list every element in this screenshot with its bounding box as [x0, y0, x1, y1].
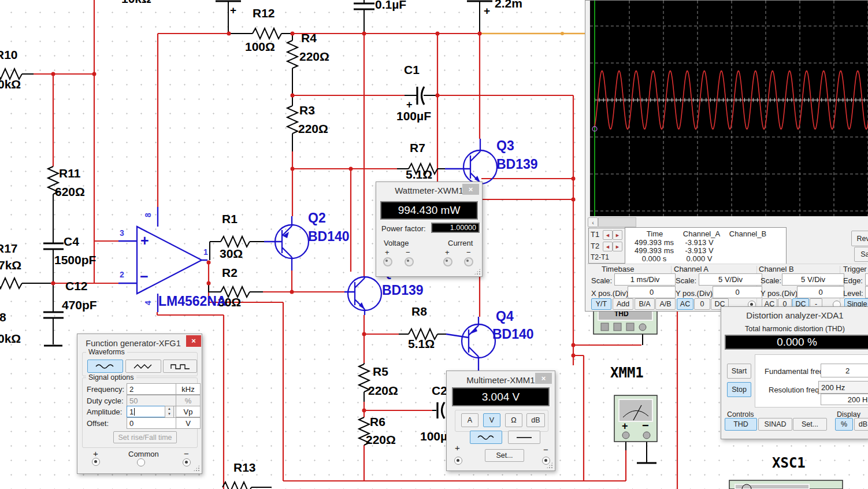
close-icon[interactable]: ×: [535, 373, 552, 384]
oscilloscope-screen: [589, 1, 868, 217]
scope-grid: [590, 1, 868, 216]
timebase-xpos-label: X pos.(Div):: [591, 289, 630, 298]
channel-a-ypos-label: Y pos.(Div):: [676, 289, 715, 298]
timebase-add-button[interactable]: Add: [613, 298, 633, 310]
resolution-freq-combo[interactable]: 200 Hz: [818, 381, 868, 394]
timebase-ab-button[interactable]: A/B: [655, 298, 676, 310]
frequency-field[interactable]: 2: [127, 383, 179, 395]
offset-field[interactable]: 0: [127, 417, 179, 429]
xsc1-oscilloscope-icon[interactable]: [729, 480, 843, 489]
frequency-label: Frequency:: [87, 385, 124, 394]
reverse-button[interactable]: Reve: [851, 231, 868, 246]
oscilloscope-window[interactable]: ‹ T1 ◄ ► T2 ◄ ► T2-T1 Time Channel_A Cha…: [585, 0, 868, 312]
plus-terminal[interactable]: [92, 458, 100, 466]
triangle-wave-button[interactable]: [125, 360, 161, 373]
channel-b-ypos-field[interactable]: 0: [797, 286, 844, 298]
volts-button[interactable]: V: [483, 413, 500, 427]
readout-dt: 0.000 s: [630, 254, 678, 263]
db-button[interactable]: dB: [526, 413, 545, 427]
start-button[interactable]: Start: [727, 364, 751, 379]
channel-b-scale-field[interactable]: 5 V/Div: [782, 273, 844, 286]
thd-button[interactable]: THD: [725, 418, 757, 431]
channel-a-scale-field[interactable]: 5 V/Div: [699, 273, 762, 286]
resistor-R8: [399, 329, 446, 339]
common-terminal[interactable]: [137, 458, 145, 466]
fundamental-freq-label: Fundamental freq.: [765, 367, 826, 376]
dc-mode-button[interactable]: [508, 431, 540, 444]
current-minus-terminal[interactable]: [464, 257, 473, 266]
trigger-edge-field[interactable]: [865, 273, 868, 286]
wattmeter-window[interactable]: Wattmeter-XWM1 × 994.430 mW Power factor…: [376, 181, 483, 277]
function-generator-window[interactable]: Function generator-XFG1 × Waveforms Sign…: [77, 334, 202, 474]
sine-wave-button[interactable]: [87, 360, 123, 373]
channel-b-ypos-label: Y pos.(Div):: [761, 289, 800, 298]
t2-right-arrow[interactable]: ►: [613, 242, 622, 251]
transistor-Q1: [344, 276, 381, 315]
resize-grip[interactable]: [474, 268, 481, 275]
minus-terminal[interactable]: [542, 457, 550, 465]
percent-button[interactable]: %: [835, 418, 853, 431]
channel-a-0-button[interactable]: 0: [694, 298, 710, 310]
voltage-minus-terminal[interactable]: [405, 257, 414, 266]
resize-grip[interactable]: [193, 465, 200, 472]
spinner-down-icon[interactable]: ▼: [165, 412, 173, 417]
timebase-xpos-field[interactable]: 0: [628, 286, 676, 298]
current-plus-label: +: [445, 248, 450, 257]
fundamental-freq-field[interactable]: 2: [821, 364, 868, 377]
channel-a-ypos-field[interactable]: 0: [713, 286, 762, 298]
amps-button[interactable]: A: [461, 413, 478, 427]
readout-box: Time Channel_A Channel_B 499.393 ms -3.9…: [625, 227, 787, 264]
amplitude-spinner[interactable]: ▲▼: [165, 406, 174, 418]
plus-terminal[interactable]: [454, 457, 462, 465]
t2-left-arrow[interactable]: ◄: [603, 242, 613, 251]
scope-scrollbar-thumb[interactable]: [598, 217, 636, 227]
stop-button[interactable]: Stop: [727, 382, 751, 397]
amplitude-label: Amplitude:: [87, 408, 122, 416]
plus-label: +: [93, 449, 98, 458]
distortion-analyzer-window[interactable]: Distortion analyzer-XDA1 Total harmonic …: [721, 306, 868, 439]
plus-label: +: [455, 443, 460, 453]
text-cursor: [134, 408, 135, 416]
amplitude-field[interactable]: 1: [127, 406, 170, 417]
scope-scroll-left-button[interactable]: ‹: [588, 217, 598, 227]
set-button[interactable]: Set...: [485, 449, 524, 462]
t1-right-arrow[interactable]: ►: [613, 230, 622, 240]
timebase-scale-field[interactable]: 1 ms/Div: [614, 273, 676, 286]
resistor-R3: [287, 95, 298, 151]
db-display-button[interactable]: dB: [854, 418, 868, 431]
xmm1-multimeter-icon[interactable]: [614, 395, 657, 442]
readout-t1-time: 499.393 ms: [630, 238, 678, 247]
duty-cycle-field[interactable]: 50: [127, 395, 179, 406]
wattmeter-reading: 994.430 mW: [380, 201, 478, 220]
da-set-button[interactable]: Set...: [793, 418, 827, 431]
resistor-R12: [229, 28, 292, 39]
set-rise-fall-button[interactable]: Set rise/Fall time: [113, 431, 177, 443]
voltage-plus-label: +: [385, 248, 390, 257]
trigger-level-label: Level:: [843, 289, 863, 298]
resistor-R17: [0, 278, 51, 288]
close-icon[interactable]: ×: [462, 184, 479, 195]
channel-a-scale-label: Scale:: [676, 276, 696, 285]
channel-a-ac-button[interactable]: AC: [677, 298, 693, 310]
channel-b-title: Channel B: [759, 265, 794, 273]
sinad-button[interactable]: SINAD: [758, 418, 792, 431]
timebase-scale-label: Scale:: [591, 276, 612, 285]
signal-options-label: Signal options: [86, 373, 136, 381]
trigger-level-field[interactable]: [865, 286, 868, 298]
current-plus-terminal[interactable]: [443, 257, 452, 266]
timebase-yt-button[interactable]: Y/T: [591, 298, 611, 310]
ohms-button[interactable]: Ω: [505, 413, 522, 427]
close-icon[interactable]: ×: [186, 335, 201, 347]
multimeter-window[interactable]: Multimeter-XMM1 × 3.004 V A V Ω dB + Set…: [446, 371, 555, 471]
spinner-up-icon[interactable]: ▲: [165, 406, 173, 412]
t1-label: T1: [591, 230, 599, 239]
ac-mode-button[interactable]: [470, 431, 502, 444]
minus-label: −: [543, 444, 548, 454]
save-button[interactable]: Sav: [854, 247, 868, 262]
t1-left-arrow[interactable]: ◄: [603, 230, 613, 240]
timebase-ba-button[interactable]: B/A: [635, 298, 655, 310]
minus-terminal[interactable]: [183, 458, 191, 466]
square-wave-button[interactable]: [163, 360, 197, 373]
voltage-plus-terminal[interactable]: [383, 257, 392, 266]
power-factor-value: 1.00000: [431, 223, 480, 233]
